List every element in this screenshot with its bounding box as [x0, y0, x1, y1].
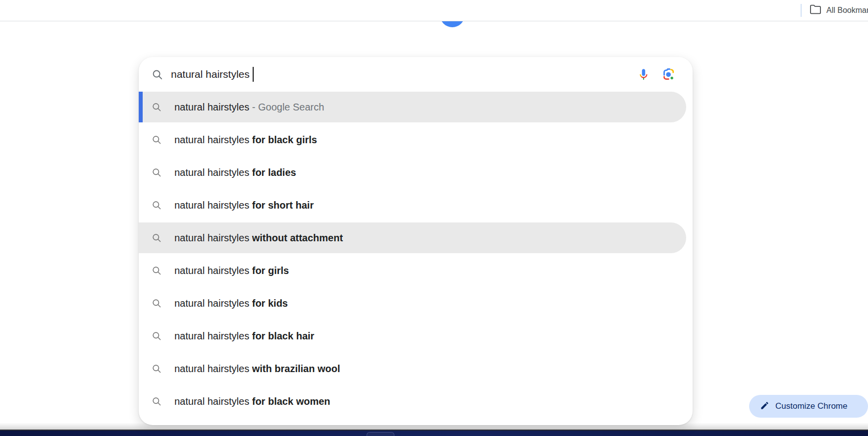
suggestion-text: natural hairstyles for black hair — [174, 330, 314, 342]
search-icon — [152, 331, 163, 341]
text-caret — [253, 67, 254, 82]
search-icon — [152, 167, 163, 177]
search-input[interactable]: natural hairstyles — [171, 68, 250, 80]
suggestion-text: natural hairstyles for black girls — [174, 134, 317, 146]
customize-chrome-button[interactable]: Customize Chrome — [749, 395, 868, 418]
taskbar — [0, 430, 868, 436]
suggestion-row[interactable]: natural hairstyles for black women — [139, 386, 686, 417]
suggestion-row[interactable]: natural hairstyles for girls — [139, 255, 686, 286]
suggestion-text: natural hairstyles with brazilian wool — [174, 363, 340, 375]
google-lens-icon[interactable] — [662, 68, 675, 81]
suggestion-row[interactable]: natural hairstyles - Google Search — [139, 92, 686, 122]
search-icon — [152, 233, 163, 243]
suggestion-row[interactable]: natural hairstyles for short hair — [139, 190, 686, 220]
pencil-icon — [760, 401, 769, 412]
taskbar-item-indicator[interactable] — [367, 432, 394, 436]
suggestion-text: natural hairstyles without attachment — [174, 232, 343, 244]
suggestion-row[interactable]: natural hairstyles for ladies — [139, 157, 686, 188]
all-bookmarks-label: All Bookmarks — [826, 6, 868, 15]
bookmarks-bar: All Bookmarks — [0, 0, 868, 21]
folder-icon — [810, 4, 821, 16]
suggestion-text: natural hairstyles for ladies — [174, 167, 296, 178]
suggestion-row[interactable]: natural hairstyles without attachment — [139, 222, 686, 253]
suggestion-row[interactable]: natural hairstyles for black hair — [139, 321, 686, 351]
search-icon — [152, 266, 163, 275]
suggestion-text: natural hairstyles for black women — [174, 396, 330, 407]
suggestions-list: natural hairstyles - Google Search natur… — [139, 92, 693, 417]
customize-chrome-label: Customize Chrome — [775, 401, 848, 411]
suggestion-text: natural hairstyles for kids — [174, 298, 288, 309]
suggestion-row[interactable]: natural hairstyles for kids — [139, 288, 686, 319]
search-panel: natural hairstyles — [139, 57, 693, 425]
search-icon — [152, 298, 163, 308]
suggestion-row[interactable]: natural hairstyles with brazilian wool — [139, 353, 686, 384]
search-icon — [152, 396, 163, 406]
search-icon — [152, 102, 163, 112]
search-icon — [152, 135, 163, 145]
search-icon — [152, 69, 163, 80]
selection-indicator — [139, 92, 143, 122]
voice-search-mic-icon[interactable] — [637, 68, 650, 81]
bookmarks-separator — [801, 4, 802, 17]
search-icon — [152, 364, 163, 374]
suggestion-row[interactable]: natural hairstyles for black girls — [139, 124, 686, 155]
search-box[interactable]: natural hairstyles — [139, 57, 693, 92]
search-icon — [152, 200, 163, 210]
suggestion-text: natural hairstyles - Google Search — [174, 102, 324, 113]
suggestion-text: natural hairstyles for short hair — [174, 200, 314, 211]
suggestion-text: natural hairstyles for girls — [174, 265, 289, 276]
all-bookmarks-button[interactable]: All Bookmarks — [810, 2, 868, 19]
